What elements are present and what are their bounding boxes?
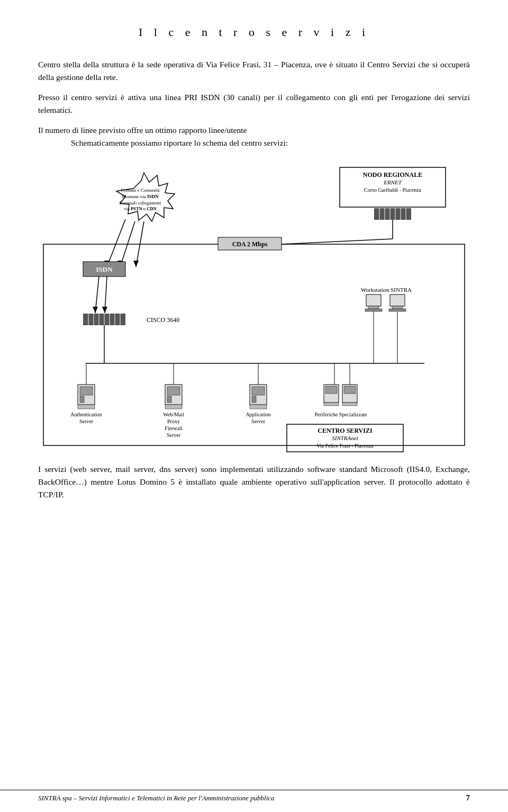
svg-text:Server: Server [79,418,94,424]
svg-text:via PSTN o CDN: via PSTN o CDN [124,206,157,211]
svg-rect-49 [389,309,406,311]
svg-text:Authentication: Authentication [70,412,102,417]
svg-rect-46 [365,309,382,311]
svg-rect-48 [392,306,403,309]
svg-text:ISDN: ISDN [96,265,113,273]
svg-text:SINTRAnet: SINTRAnet [332,435,358,441]
svg-rect-57 [80,396,84,403]
svg-rect-72 [250,405,267,409]
svg-rect-82 [342,403,357,406]
intro-paragraph-2: Presso il centro servizi è attiva una li… [38,91,470,117]
page-footer: SINTRA spa – Servizi Informatici e Telem… [0,790,508,802]
svg-text:Server: Server [251,418,266,424]
svg-text:Proxy: Proxy [167,418,180,424]
svg-text:Montane via ISDN: Montane via ISDN [122,194,159,199]
svg-marker-32 [102,307,107,313]
svg-text:CDA 2 Mbps: CDA 2 Mbps [232,240,268,248]
svg-text:Comuni e Comunità: Comuni e Comunità [121,188,160,193]
svg-rect-55 [80,387,93,395]
footer-paragraph: I servizi (web server, mail server, dns … [38,463,470,501]
svg-text:Workstation SINTRA: Workstation SINTRA [361,287,412,293]
intro-paragraph-1: Centro stella della struttura è la sede … [38,58,470,84]
svg-text:Firewall: Firewall [165,425,183,431]
svg-rect-73 [252,396,256,403]
svg-rect-79 [324,403,339,406]
svg-text:ERNET: ERNET [383,179,402,185]
svg-rect-47 [390,295,405,306]
svg-rect-62 [167,387,180,395]
svg-rect-64 [167,396,171,403]
svg-marker-30 [93,307,98,313]
svg-text:Corso Garibaldi - Piacenza: Corso Garibaldi - Piacenza [364,187,422,193]
svg-text:Periferiche Specializzate: Periferiche Specializzate [314,412,367,417]
page-number: 7 [466,793,470,802]
svg-text:Application: Application [246,412,270,417]
svg-rect-71 [252,387,265,395]
page: I l c e n t r o s e r v i z i Centro ste… [0,0,508,812]
svg-marker-26 [133,261,139,267]
footer-left-text: SINTRA spa – Servizi Informatici e Telem… [38,794,275,802]
svg-rect-45 [368,306,379,309]
svg-text:Via Felice Frasi - Piacenza: Via Felice Frasi - Piacenza [316,443,374,449]
svg-text:Server: Server [167,432,181,438]
svg-rect-78 [325,386,337,394]
svg-rect-44 [366,295,381,306]
svg-rect-63 [165,405,182,409]
network-diagram: NODO REGIONALE ERNET Corso Garibaldi - P… [38,157,470,453]
intro-paragraph-3: Il numero di linee previsto offre un ott… [38,124,470,149]
svg-text:Eventuali collegamenti: Eventuali collegamenti [120,200,161,206]
svg-text:Web/Mail: Web/Mail [163,412,184,417]
page-title: I l c e n t r o s e r v i z i [38,25,470,39]
svg-rect-56 [78,405,95,409]
svg-text:NODO REGIONALE: NODO REGIONALE [363,171,422,179]
svg-text:CENTRO SERVIZI: CENTRO SERVIZI [318,427,373,434]
svg-rect-81 [344,386,356,394]
svg-line-15 [282,239,393,244]
svg-text:CISCO 3640: CISCO 3640 [147,316,179,324]
